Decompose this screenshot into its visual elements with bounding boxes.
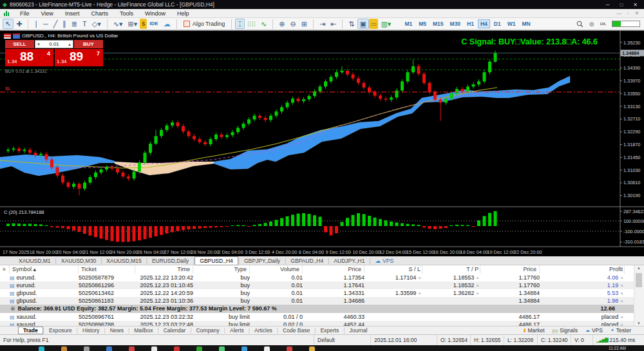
taskbar-app-icon[interactable] (151, 346, 157, 351)
column-header-volume[interactable]: Volume (250, 265, 303, 274)
chart-tab-gbpusd-h4[interactable]: GBPUSD.,H4 (194, 256, 238, 265)
table-row[interactable]: ▤xauusd.502508967612025.12.23 03:22:32bu… (0, 313, 634, 321)
shortcut-tester[interactable]: ✦Tester (611, 327, 631, 334)
menu-item-window[interactable]: Window (139, 10, 171, 17)
timeframe-h4[interactable]: H4 (478, 19, 490, 28)
bottom-tab-news[interactable]: News (106, 327, 128, 334)
taskbar-app-icon[interactable] (309, 346, 315, 351)
bottom-tab-history[interactable]: History (78, 327, 104, 334)
indicators-icon[interactable]: ∿▾ (111, 19, 126, 29)
taskbar-app-icon[interactable] (174, 346, 180, 351)
stats-icon[interactable]: ▥▾ (378, 19, 393, 29)
cloud-icon[interactable]: ☁ (161, 19, 173, 29)
timeframe-m15[interactable]: M15 (430, 19, 446, 28)
objects-icon[interactable]: ⊞▾ (126, 19, 140, 29)
column-header-cur[interactable]: Price (480, 265, 540, 274)
table-row[interactable]: ▤gbpusd.502508611832025.12.23 01:10:36bu… (0, 297, 634, 305)
column-header-price[interactable]: Price (303, 265, 365, 274)
chart-window-icon[interactable] (13, 33, 20, 39)
channel-icon[interactable]: ∥ (60, 19, 69, 29)
ask-price-box[interactable]: 1.34 89 7 (55, 49, 103, 66)
taskbar-app-icon[interactable] (264, 346, 270, 351)
tile-windows-icon[interactable]: ⊞ (299, 19, 310, 29)
column-header-sl[interactable]: S / L (365, 265, 422, 274)
remove-icon[interactable]: × (418, 275, 421, 281)
child-restore-button[interactable]: ▫ (627, 10, 629, 16)
menu-item-help[interactable]: Help (171, 10, 195, 17)
scroll-thumb[interactable] (636, 273, 642, 287)
timeframe-m30[interactable]: M30 (448, 19, 464, 28)
menu-item-file[interactable]: File (14, 10, 35, 17)
remove-icon[interactable]: × (620, 290, 623, 296)
taskbar-app-icon[interactable] (39, 346, 44, 351)
profile-cell[interactable]: Default (314, 335, 370, 345)
bottom-tab-alerts[interactable]: Alerts (225, 327, 249, 334)
bars-icon[interactable]: ⌶ (235, 19, 245, 29)
maximize-button[interactable]: □ (620, 2, 623, 8)
buy-button[interactable]: BUY (74, 40, 103, 48)
taskbar-app-icon[interactable] (106, 346, 112, 351)
chart-tab-xauusd-m30[interactable]: XAUUSD,M30 (57, 257, 100, 265)
timeframe-m5[interactable]: M5 (416, 19, 429, 28)
table-row[interactable]: ▤xauusd.502508967882025.12.23 03:22:48bu… (0, 321, 634, 326)
linechart-icon[interactable]: ∿ (258, 19, 269, 29)
scroll-up-icon[interactable]: ▲ (637, 266, 641, 270)
bid-price-box[interactable]: 1.34 88 4 (5, 49, 53, 66)
timeframe-m1[interactable]: M1 (402, 19, 415, 28)
shortcut-signals[interactable]: (o)Signals (553, 327, 578, 334)
fibo-icon[interactable]: ≣ (69, 19, 80, 29)
timeframe-h1[interactable]: H1 (464, 19, 477, 28)
zoom-out-icon[interactable]: ⊖ (287, 19, 298, 29)
sell-button[interactable]: SELL (5, 40, 34, 48)
remove-icon[interactable]: × (476, 290, 479, 296)
volume-stepper[interactable]: ▼ 0.01 ▲ (35, 40, 73, 48)
taskbar-app-icon[interactable] (242, 346, 247, 351)
dock-icon[interactable]: ▣ (357, 19, 369, 29)
shapes-icon[interactable]: ◇▾ (90, 19, 104, 29)
chart-area[interactable]: SLC (20) 213.7841881.352301.348101.34390… (0, 30, 644, 256)
timeframe-d1[interactable]: D1 (491, 19, 504, 28)
menu-item-insert[interactable]: Insert (59, 10, 86, 17)
scroll-down-icon[interactable]: ▼ (637, 321, 641, 325)
taskbar-app-icon[interactable] (61, 346, 67, 351)
bottom-tab-company[interactable]: Company (191, 327, 223, 334)
taskbar-app-icon[interactable] (287, 346, 292, 351)
auto-scroll-icon[interactable]: ⇅ (346, 19, 357, 29)
column-header-ticket[interactable]: Ticket (79, 265, 135, 274)
table-row[interactable]: ▤eurusd.502505878792025.12.22 13:20:42bu… (0, 274, 634, 281)
chart-tab-gbpaud-h4[interactable]: GBPAUD.,H4 (286, 257, 328, 265)
taskbar-app-icon[interactable] (84, 346, 90, 351)
bottom-tab-mailbox[interactable]: Mailbox (129, 327, 157, 334)
menu-item-view[interactable]: View (35, 10, 59, 17)
candles-icon[interactable]: ⌷⌷ (245, 19, 258, 29)
shortcut-vps[interactable]: ☁VPS (585, 327, 603, 334)
taskbar-app-icon[interactable] (129, 346, 135, 351)
menu-item-tools[interactable]: Tools (114, 10, 139, 17)
bottom-tab-experts[interactable]: Experts (316, 327, 343, 334)
bottom-tab-code-base[interactable]: Code Base (278, 327, 314, 334)
dollar-icon[interactable]: $ (140, 19, 147, 29)
toolbox-scrollbar[interactable]: ▲ ▼ (634, 265, 644, 326)
volume-value[interactable]: 0.01 (49, 41, 59, 47)
timeframe-w1[interactable]: W1 (505, 19, 518, 28)
chart-tab-xauusd-m1[interactable]: XAUUSD,M1 (14, 257, 55, 265)
chart-menu-icon[interactable] (4, 33, 11, 39)
chart-tab-gbpjpy-daily[interactable]: GBPJPY.,Daily (240, 257, 285, 265)
algo-trading-button[interactable]: Algo Trading (180, 20, 229, 28)
chart-tab-audjpy-h1[interactable]: AUDJPY.,H1 (329, 257, 369, 265)
taskbar-app-icon[interactable] (196, 346, 202, 351)
account-icon[interactable]: ⊚ (589, 21, 594, 28)
bottom-tab-articles[interactable]: Articles (250, 327, 277, 334)
remove-icon[interactable]: × (476, 283, 479, 289)
column-header-symbol[interactable]: Symbol ▴ (10, 265, 79, 274)
crosshair-icon[interactable]: ✚ (14, 19, 24, 29)
bottom-tab-trade[interactable]: Trade (18, 327, 43, 334)
close-button[interactable]: ✕ (633, 2, 638, 8)
table-row[interactable]: ▤eurusd.502508612962025.12.23 01:10:45bu… (0, 281, 634, 289)
taskbar-app-icon[interactable] (219, 346, 225, 351)
menu-item-charts[interactable]: Charts (85, 10, 114, 17)
child-minimize-button[interactable]: — (617, 10, 622, 16)
remove-icon[interactable]: × (418, 290, 421, 296)
child-close-button[interactable]: ✕ (635, 10, 639, 16)
column-header-profit[interactable]: Profit (540, 265, 625, 274)
